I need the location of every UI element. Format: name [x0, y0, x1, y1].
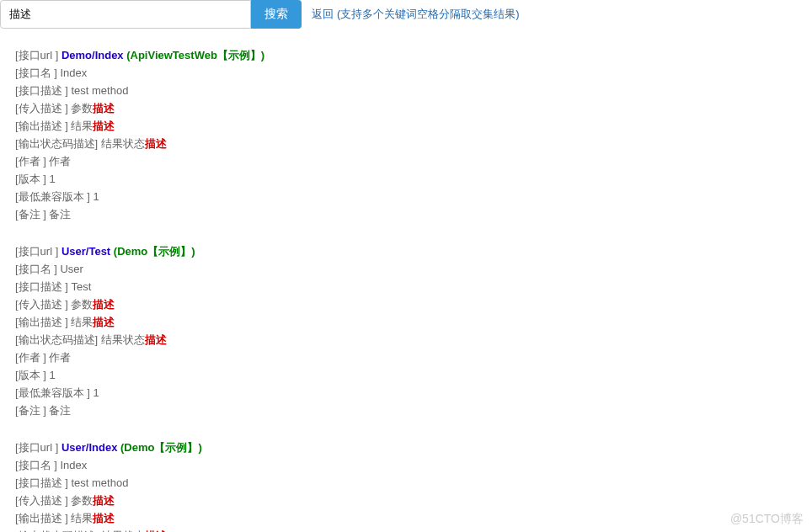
api-name: Index — [60, 66, 87, 79]
label: [接口描述 ] — [15, 280, 71, 293]
label: [接口描述 ] — [15, 476, 71, 489]
api-desc: test method — [71, 476, 128, 489]
api-remark: 备注 — [49, 208, 71, 221]
api-version: 1 — [49, 369, 55, 381]
label: [版本 ] — [15, 173, 49, 185]
label: [传入描述 ] — [15, 298, 71, 311]
label: [接口名 ] — [15, 459, 60, 471]
label: [作者 ] — [15, 155, 49, 168]
search-button[interactable]: 搜索 — [251, 0, 302, 29]
api-output: 结果描述 — [71, 120, 115, 132]
label: [接口url ] — [15, 441, 61, 454]
label: [接口描述 ] — [15, 84, 71, 97]
label: [接口名 ] — [15, 263, 60, 275]
api-input: 参数描述 — [71, 298, 115, 311]
back-link[interactable]: 返回 — [312, 7, 334, 22]
row-desc: [接口描述 ] test method — [15, 82, 797, 99]
api-remark: 备注 — [49, 404, 71, 417]
api-status: 结果状态描述 — [101, 333, 167, 346]
api-input: 参数描述 — [71, 494, 115, 507]
row-output: [输出描述 ] 结果描述 — [15, 314, 797, 331]
api-output: 结果描述 — [71, 512, 115, 524]
row-url: [接口url ] Demo/Index (ApiViewTestWeb【示例】) — [15, 47, 797, 64]
api-url-link[interactable]: Demo/Index — [61, 49, 124, 61]
highlight: 描述 — [145, 333, 167, 346]
api-minver: 1 — [93, 386, 99, 399]
row-name: [接口名 ] Index — [15, 65, 797, 82]
label: [传入描述 ] — [15, 494, 71, 507]
highlight: 描述 — [145, 137, 167, 150]
api-input: 参数描述 — [71, 102, 115, 114]
highlight: 描述 — [93, 494, 115, 507]
label: [输出状态码描述] — [15, 137, 101, 150]
label: [作者 ] — [15, 351, 49, 364]
row-output: [输出描述 ] 结果描述 — [15, 510, 797, 527]
row-version: [版本 ] 1 — [15, 367, 797, 384]
label: [输出描述 ] — [15, 512, 71, 524]
api-entry: [接口url ] User/Test (Demo【示例】)[接口名 ] User… — [15, 243, 797, 419]
search-hint: (支持多个关键词空格分隔取交集结果) — [337, 7, 520, 22]
search-bar: 搜索 返回 (支持多个关键词空格分隔取交集结果) — [0, 0, 812, 29]
api-author: 作者 — [49, 351, 71, 364]
row-author: [作者 ] 作者 — [15, 153, 797, 170]
row-name: [接口名 ] Index — [15, 457, 797, 474]
row-name: [接口名 ] User — [15, 261, 797, 278]
label: [输出描述 ] — [15, 120, 71, 132]
search-input[interactable] — [0, 0, 251, 29]
row-remark: [备注 ] 备注 — [15, 206, 797, 223]
row-input: [传入描述 ] 参数描述 — [15, 296, 797, 313]
example-link[interactable]: 【示例】 — [154, 441, 198, 454]
api-entry: [接口url ] User/Index (Demo【示例】)[接口名 ] Ind… — [15, 439, 797, 532]
api-minver: 1 — [93, 190, 99, 203]
row-url: [接口url ] User/Test (Demo【示例】) — [15, 243, 797, 260]
highlight: 描述 — [93, 512, 115, 524]
row-input: [传入描述 ] 参数描述 — [15, 100, 797, 117]
label: [接口url ] — [15, 245, 61, 258]
row-desc: [接口描述 ] Test — [15, 279, 797, 295]
api-group: (Demo【示例】) — [110, 245, 195, 258]
api-name: Index — [60, 459, 87, 471]
api-url-link[interactable]: User/Test — [61, 245, 110, 258]
api-name: User — [60, 263, 83, 275]
row-status: [输出状态码描述] 结果状态描述 — [15, 332, 797, 348]
api-entry: [接口url ] Demo/Index (ApiViewTestWeb【示例】)… — [15, 47, 797, 223]
row-remark: [备注 ] 备注 — [15, 402, 797, 419]
api-url-link[interactable]: User/Index — [61, 441, 117, 454]
watermark: @51CTO博客 — [730, 512, 804, 527]
highlight: 描述 — [93, 120, 115, 132]
api-group: (ApiViewTestWeb【示例】) — [124, 49, 265, 61]
label: [备注 ] — [15, 404, 49, 417]
label: [传入描述 ] — [15, 102, 71, 114]
row-status: [输出状态码描述] 结果状态描述 — [15, 136, 797, 152]
results-list: [接口url ] Demo/Index (ApiViewTestWeb【示例】)… — [0, 29, 812, 532]
highlight: 描述 — [93, 316, 115, 328]
label: [备注 ] — [15, 208, 49, 221]
label: [版本 ] — [15, 369, 49, 381]
label: [最低兼容版本 ] — [15, 386, 93, 399]
label: [输出状态码描述] — [15, 333, 101, 346]
api-desc: Test — [71, 280, 91, 293]
api-status: 结果状态描述 — [101, 137, 167, 150]
label: [最低兼容版本 ] — [15, 190, 93, 203]
row-input: [传入描述 ] 参数描述 — [15, 492, 797, 509]
row-url: [接口url ] User/Index (Demo【示例】) — [15, 439, 797, 456]
label: [接口名 ] — [15, 66, 60, 79]
row-desc: [接口描述 ] test method — [15, 475, 797, 492]
api-group: (Demo【示例】) — [117, 441, 201, 454]
highlight: 描述 — [93, 102, 115, 114]
row-author: [作者 ] 作者 — [15, 349, 797, 366]
api-author: 作者 — [49, 155, 71, 168]
row-minver: [最低兼容版本 ] 1 — [15, 189, 797, 205]
row-status: [输出状态码描述] 结果状态描述 — [15, 528, 797, 532]
label: [接口url ] — [15, 49, 61, 61]
row-minver: [最低兼容版本 ] 1 — [15, 385, 797, 402]
row-output: [输出描述 ] 结果描述 — [15, 118, 797, 135]
label: [输出描述 ] — [15, 316, 71, 328]
example-link[interactable]: 【示例】 — [147, 245, 191, 258]
row-version: [版本 ] 1 — [15, 171, 797, 188]
api-version: 1 — [49, 173, 55, 185]
api-output: 结果描述 — [71, 316, 115, 328]
example-link[interactable]: 【示例】 — [217, 49, 261, 61]
highlight: 描述 — [93, 298, 115, 311]
api-desc: test method — [71, 84, 128, 97]
